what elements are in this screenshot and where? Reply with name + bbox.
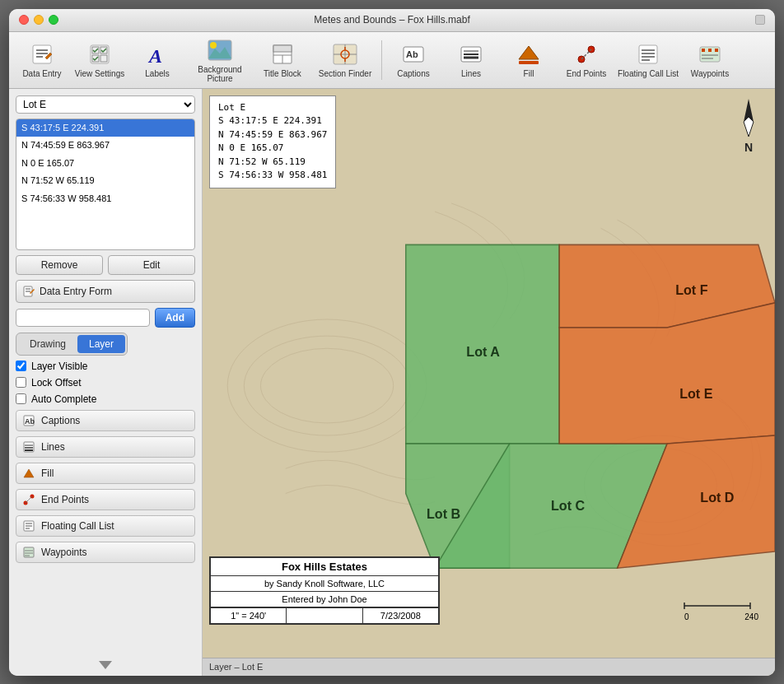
waypoints-list-icon [23, 547, 35, 558]
floating-list-label: Floating Call List [41, 520, 114, 532]
drawing-tab[interactable]: Drawing [18, 335, 77, 353]
coord-item[interactable]: N 0 E 165.07 [16, 155, 194, 173]
title-block-date: 7/23/2008 [363, 608, 438, 623]
end-points-icon [573, 41, 600, 67]
end-points-list-icon [23, 494, 35, 505]
info-line-1: S 43:17:5 E 224.391 [218, 114, 327, 128]
lot-selector-row: Lot E Lot A Lot B Lot C Lot D Lot F [16, 95, 195, 114]
svg-marker-61 [99, 661, 112, 669]
section-finder-button[interactable]: Section Finder [312, 35, 378, 85]
captions-label: Captions [397, 69, 429, 78]
title-block-bottom: 1" = 240' 7/23/2008 [211, 607, 438, 623]
coord-item[interactable]: S 74:56:33 W 958.481 [16, 190, 194, 208]
layer-visible-checkbox[interactable] [16, 361, 26, 371]
title-block-entered-by: Entered by John Doe [211, 592, 438, 607]
view-settings-label: View Settings [75, 69, 124, 78]
end-points-list-button[interactable]: End Points [16, 489, 195, 510]
captions-icon: Ab [400, 41, 427, 67]
end-points-button[interactable]: End Points [558, 35, 614, 85]
waypoints-button[interactable]: Waypoints [682, 35, 738, 85]
captions-button[interactable]: Ab Captions [385, 35, 441, 85]
title-block-icon [269, 41, 296, 67]
data-entry-button[interactable]: Data Entry [14, 35, 70, 85]
svg-line-52 [26, 496, 32, 503]
info-line-5: S 74:56:33 W 958.481 [218, 169, 327, 183]
captions-list-button[interactable]: Ab Captions [16, 410, 195, 431]
waypoints-list-button[interactable]: Waypoints [16, 542, 195, 563]
add-row: Add [16, 308, 195, 328]
data-entry-icon [29, 41, 55, 67]
window-zoom[interactable] [755, 15, 765, 25]
lines-label: Lines [461, 69, 481, 78]
lock-offset-row: Lock Offset [16, 377, 195, 389]
labels-button[interactable]: A Labels [129, 35, 185, 85]
scale-label-left: 0 [684, 612, 689, 621]
captions-list-icon: Ab [23, 415, 35, 426]
main-window: Metes and Bounds – Fox Hills.mabf Data E… [9, 9, 775, 676]
titlebar: Metes and Bounds – Fox Hills.mabf [9, 9, 775, 32]
close-button[interactable] [19, 15, 29, 25]
add-button[interactable]: Add [155, 308, 195, 328]
info-line-0: Lot E [218, 101, 327, 115]
section-finder-label: Section Finder [319, 69, 371, 78]
lot-select[interactable]: Lot E Lot A Lot B Lot C Lot D Lot F [16, 95, 195, 114]
title-block: Fox Hills Estates by Sandy Knoll Softwar… [209, 556, 440, 625]
fill-list-button[interactable]: Fill [16, 463, 195, 484]
coord-item[interactable]: N 74:45:59 E 863.967 [16, 137, 194, 155]
waypoints-icon [697, 41, 723, 67]
svg-point-62 [227, 319, 427, 452]
map-canvas[interactable]: Lot A Lot B Lot C Lot F Lot E Lot D Lot … [203, 89, 775, 658]
fill-label: Fill [524, 69, 534, 78]
fill-button[interactable]: Fill [501, 35, 557, 85]
lot-a-label: Lot A [466, 344, 500, 359]
captions-list-label: Captions [41, 415, 80, 426]
edit-buttons-row: Remove Edit [16, 255, 195, 275]
title-block-button[interactable]: Title Block [254, 35, 310, 85]
background-picture-label: Background Picture [187, 65, 253, 83]
scale-bar: 0 240 [676, 599, 758, 621]
minimize-button[interactable] [34, 15, 44, 25]
svg-rect-8 [100, 55, 107, 62]
tabs-row: Drawing Layer [16, 333, 128, 356]
title-block-subtitle: by Sandy Knoll Software, LLC [211, 576, 438, 592]
window-title: Metes and Bounds – Fox Hills.mabf [314, 14, 469, 26]
maximize-button[interactable] [49, 15, 58, 25]
svg-point-64 [261, 348, 394, 423]
data-entry-form-label: Data Entry Form [40, 286, 112, 297]
layer-visible-label: Layer Visible [31, 361, 87, 372]
lines-button[interactable]: Lines [443, 35, 499, 85]
title-block-scale: 1" = 240' [211, 608, 287, 623]
lines-list-label: Lines [41, 441, 65, 453]
coord-item[interactable]: S 43:17:5 E 224.391 [16, 119, 194, 137]
waypoints-label: Waypoints [691, 69, 729, 78]
auto-complete-checkbox[interactable] [16, 393, 26, 404]
main-content: Lot E Lot A Lot B Lot C Lot D Lot F S 43… [9, 89, 775, 676]
info-line-4: N 71:52 W 65.119 [218, 156, 327, 170]
edit-button[interactable]: Edit [108, 255, 195, 275]
add-input[interactable] [16, 309, 150, 327]
svg-point-63 [244, 336, 409, 435]
background-picture-icon [207, 37, 233, 63]
lines-list-button[interactable]: Lines [16, 436, 195, 458]
traffic-lights [19, 15, 58, 25]
auto-complete-label: Auto Complete [31, 393, 96, 405]
floating-list-button[interactable]: Floating Call List [16, 515, 195, 537]
north-arrow: N [739, 97, 758, 154]
lock-offset-checkbox[interactable] [16, 377, 26, 388]
map-info-box: Lot E S 43:17:5 E 224.391 N 74:45:59 E 8… [209, 95, 336, 188]
title-block-empty [287, 608, 362, 623]
lines-list-icon [23, 441, 35, 453]
remove-button[interactable]: Remove [16, 255, 103, 275]
data-entry-form-button[interactable]: Data Entry Form [16, 280, 195, 303]
floating-call-list-label: Floating Call List [618, 69, 679, 78]
background-picture-button[interactable]: Background Picture [187, 35, 253, 85]
floating-call-list-button[interactable]: Floating Call List [616, 35, 680, 85]
data-entry-form-icon [23, 286, 35, 297]
view-settings-button[interactable]: View Settings [72, 35, 128, 85]
lot-d-label: Lot D [700, 489, 734, 504]
coord-item[interactable]: N 71:52 W 65.119 [16, 172, 194, 190]
layer-tab[interactable]: Layer [77, 335, 125, 353]
lock-offset-label: Lock Offset [31, 377, 81, 389]
info-line-2: N 74:45:59 E 863.967 [218, 128, 327, 142]
data-entry-label: Data Entry [22, 69, 61, 78]
